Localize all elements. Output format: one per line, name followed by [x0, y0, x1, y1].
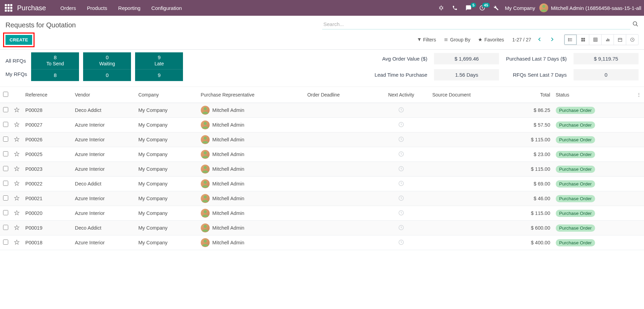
row-checkbox[interactable]: [3, 225, 8, 230]
view-activity-icon[interactable]: [626, 35, 638, 45]
star-icon[interactable]: [11, 221, 23, 235]
phone-icon[interactable]: [450, 5, 460, 11]
svg-point-4: [568, 38, 569, 39]
th-status[interactable]: Status: [553, 87, 634, 103]
star-icon[interactable]: [11, 147, 23, 162]
rep-avatar-icon: [201, 150, 210, 159]
messages-icon[interactable]: 5: [464, 5, 473, 11]
star-icon[interactable]: [11, 235, 23, 250]
dash-row-all[interactable]: All RFQs: [5, 58, 27, 64]
star-icon[interactable]: [11, 103, 23, 118]
messages-badge: 5: [471, 3, 476, 8]
table-row[interactable]: P00020 Azure Interior My Company Mitchel…: [0, 206, 644, 221]
row-checkbox[interactable]: [3, 210, 8, 215]
search-icon[interactable]: [632, 21, 639, 28]
dash-card-late[interactable]: 9 Late: [135, 52, 183, 69]
activities-icon[interactable]: 45: [477, 5, 487, 11]
star-icon[interactable]: [11, 177, 23, 191]
row-checkbox[interactable]: [3, 151, 8, 156]
th-reference[interactable]: Reference: [23, 87, 72, 103]
activity-icon[interactable]: [373, 118, 430, 132]
pager-next-icon[interactable]: [548, 36, 556, 44]
dash-card-my-2[interactable]: 9: [135, 69, 183, 81]
row-checkbox[interactable]: [3, 195, 8, 201]
activity-icon[interactable]: [373, 132, 430, 147]
star-icon[interactable]: [11, 132, 23, 147]
nav-products[interactable]: Products: [82, 3, 112, 13]
activity-icon[interactable]: [373, 221, 430, 235]
table-row[interactable]: P00018 Azure Interior My Company Mitchel…: [0, 235, 644, 250]
row-checkbox[interactable]: [3, 122, 8, 127]
table-row[interactable]: P00026 Azure Interior My Company Mitchel…: [0, 132, 644, 147]
view-graph-icon[interactable]: [601, 35, 614, 45]
cell-deadline: [304, 191, 373, 206]
tools-icon[interactable]: [491, 5, 501, 11]
star-icon[interactable]: [11, 206, 23, 221]
th-source[interactable]: Source Document: [430, 87, 508, 103]
create-button[interactable]: CREATE: [5, 35, 32, 45]
view-list-icon[interactable]: [564, 35, 577, 45]
cell-vendor: Azure Interior: [72, 191, 135, 206]
cell-deadline: [304, 206, 373, 221]
svg-point-29: [204, 195, 207, 198]
row-checkbox[interactable]: [3, 107, 8, 112]
svg-point-2: [542, 5, 545, 8]
company-selector[interactable]: My Company: [505, 5, 535, 11]
pager-label[interactable]: 1-27 / 27: [512, 37, 531, 42]
th-rep[interactable]: Purchase Representative: [198, 87, 305, 103]
view-kanban-icon[interactable]: [577, 35, 589, 45]
table-row[interactable]: P00025 Azure Interior My Company Mitchel…: [0, 147, 644, 162]
nav-orders[interactable]: Orders: [56, 3, 81, 13]
bug-icon[interactable]: [436, 5, 446, 11]
table-row[interactable]: P00023 Azure Interior My Company Mitchel…: [0, 162, 644, 177]
activity-icon[interactable]: [373, 177, 430, 191]
activity-icon[interactable]: [373, 235, 430, 250]
activity-icon[interactable]: [373, 162, 430, 177]
view-calendar-icon[interactable]: [614, 35, 626, 45]
star-icon[interactable]: [11, 162, 23, 177]
table-row[interactable]: P00028 Deco Addict My Company Mitchell A…: [0, 103, 644, 118]
row-checkbox[interactable]: [3, 240, 8, 245]
pager-prev-icon[interactable]: [536, 36, 543, 44]
rep-avatar-icon: [201, 165, 210, 173]
dash-card-waiting[interactable]: 0 Waiting: [83, 52, 131, 69]
user-menu[interactable]: Mitchell Admin (16856458-saas-15-1-all: [539, 3, 641, 12]
activity-icon[interactable]: [373, 191, 430, 206]
row-checkbox[interactable]: [3, 181, 8, 186]
app-brand[interactable]: Purchase: [17, 4, 46, 12]
view-pivot-icon[interactable]: [589, 35, 601, 45]
table-row[interactable]: P00019 Deco Addict My Company Mitchell A…: [0, 221, 644, 235]
nav-configuration[interactable]: Configuration: [147, 3, 187, 13]
favorites-button[interactable]: Favorites: [478, 37, 504, 42]
table-row[interactable]: P00021 Azure Interior My Company Mitchel…: [0, 191, 644, 206]
activity-icon[interactable]: [373, 206, 430, 221]
select-all-checkbox[interactable]: [3, 92, 8, 97]
activity-icon[interactable]: [373, 103, 430, 118]
th-total[interactable]: Total: [508, 87, 553, 103]
table-row[interactable]: P00027 Azure Interior My Company Mitchel…: [0, 118, 644, 132]
cell-vendor: Azure Interior: [72, 118, 135, 132]
search-input[interactable]: [322, 19, 631, 29]
groupby-button[interactable]: Group By: [444, 37, 470, 42]
th-next[interactable]: Next Activity: [373, 87, 430, 103]
star-icon[interactable]: [11, 118, 23, 132]
nav-reporting[interactable]: Reporting: [114, 3, 145, 13]
th-deadline[interactable]: Order Deadline: [304, 87, 373, 103]
rep-avatar-icon: [201, 120, 210, 129]
activity-icon[interactable]: [373, 147, 430, 162]
star-icon[interactable]: [11, 191, 23, 206]
apps-icon[interactable]: [5, 4, 12, 12]
th-vendor[interactable]: Vendor: [72, 87, 135, 103]
control-panel: Requests for Quotation CREATE Filters Gr…: [0, 16, 644, 50]
dash-card-to send[interactable]: 8 To Send: [31, 52, 79, 69]
filters-button[interactable]: Filters: [417, 37, 436, 42]
table-row[interactable]: P00022 Deco Addict My Company Mitchell A…: [0, 177, 644, 191]
import-icon[interactable]: [40, 37, 46, 43]
th-company[interactable]: Company: [135, 87, 198, 103]
dash-card-my-1[interactable]: 0: [83, 69, 131, 81]
row-checkbox[interactable]: [3, 137, 8, 142]
columns-menu-icon[interactable]: ⋮: [634, 87, 644, 103]
dash-row-my[interactable]: My RFQs: [5, 71, 27, 77]
row-checkbox[interactable]: [3, 166, 8, 171]
dash-card-my-0[interactable]: 8: [31, 69, 79, 81]
